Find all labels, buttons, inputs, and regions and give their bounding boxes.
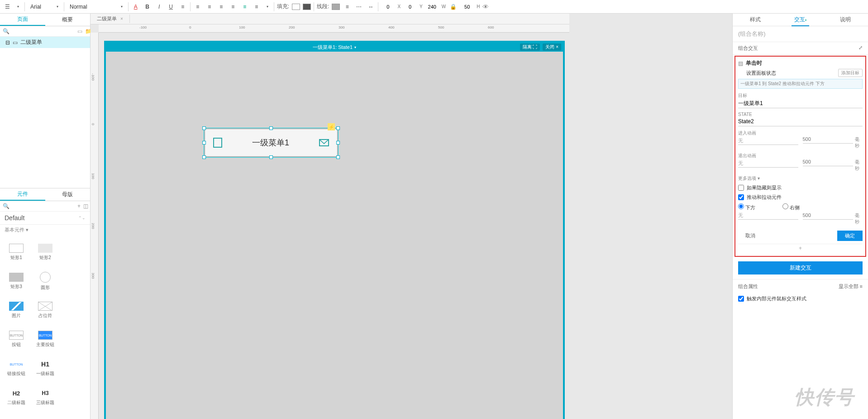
library-dropdown[interactable]: Default⌃⌄ xyxy=(0,212,90,225)
tab-style[interactable]: 样式 xyxy=(733,14,778,26)
format-dropdown[interactable]: Normal▾ xyxy=(67,3,125,11)
line-style-icon[interactable]: ⋯ xyxy=(354,2,363,11)
fill-swatch-2[interactable] xyxy=(303,4,311,10)
interaction-editor: ▤ 单击时 设置面板状态 添加目标 一级菜单1 到 State2 推动和拉动元件… xyxy=(734,56,866,257)
tab-notes[interactable]: 说明 xyxy=(823,14,868,26)
anim-in-duration[interactable] xyxy=(803,135,854,144)
fill-label: 填充: xyxy=(277,3,289,10)
align-dropdown[interactable]: ▾ xyxy=(14,4,22,10)
show-all-button[interactable]: 显示全部 ≡ xyxy=(839,283,863,290)
add-page-icon[interactable]: ▭ xyxy=(77,28,82,34)
add-action-button[interactable]: + xyxy=(738,244,863,252)
radio-below[interactable]: 下方 xyxy=(738,203,755,211)
check-trigger-mouse[interactable]: 触发内部元件鼠标交互样式 xyxy=(733,294,868,304)
mail-icon xyxy=(319,139,329,146)
anim-in-select[interactable] xyxy=(738,136,798,145)
widget-image[interactable]: 图片 xyxy=(2,296,31,325)
widget-circle[interactable]: 圆形 xyxy=(31,267,60,296)
font-dropdown[interactable]: Arial▾ xyxy=(28,3,61,11)
isolate-button[interactable]: 隔离 ⛶ xyxy=(520,43,540,51)
lock-aspect-icon[interactable]: 🔒 xyxy=(448,2,458,11)
tab-widgets[interactable]: 元件 xyxy=(0,188,45,201)
h-input[interactable] xyxy=(460,3,474,11)
search-icon[interactable]: 🔍 xyxy=(3,28,10,34)
state-label: STATE xyxy=(738,112,863,117)
valign-mid-icon[interactable]: ≡ xyxy=(240,2,249,11)
new-interaction-button[interactable]: 新建交互 xyxy=(738,261,863,275)
tab-pages[interactable]: 页面 xyxy=(0,14,45,26)
check-show-if-hidden[interactable]: 如果隐藏则显示 xyxy=(738,184,863,191)
valign-bot-icon[interactable]: ≡ xyxy=(252,2,261,11)
tab-masters[interactable]: 母版 xyxy=(45,188,91,201)
bold-icon[interactable]: B xyxy=(143,2,152,11)
italic-icon[interactable]: I xyxy=(155,2,164,11)
widget-rect2[interactable]: 矩形2 xyxy=(31,238,60,267)
tab-interactions[interactable]: 交互 ● xyxy=(778,14,823,26)
line-swatch[interactable] xyxy=(332,4,340,10)
w-input[interactable] xyxy=(425,3,439,11)
target-select[interactable] xyxy=(738,99,863,108)
fill-swatch-1[interactable] xyxy=(292,4,300,10)
search-icon[interactable]: 🔍 xyxy=(3,203,10,209)
menu-icon[interactable]: ▤ xyxy=(738,60,743,67)
more-options-toggle[interactable]: 更多选项 ▾ xyxy=(738,175,863,182)
widget-link-button[interactable]: BUTTON链接按钮 xyxy=(2,354,31,383)
widget-rect1[interactable]: 矩形1 xyxy=(2,238,31,267)
bullets-icon[interactable]: ≡ xyxy=(178,2,187,11)
check-push-pull[interactable]: 推动和拉动元件 xyxy=(738,194,863,201)
close-tab-icon[interactable]: × xyxy=(120,16,123,21)
widget-primary-button[interactable]: BUTTON主要按钮 xyxy=(31,325,60,354)
y-input[interactable] xyxy=(403,3,417,11)
widget-h2[interactable]: H2二级标题 xyxy=(2,383,31,412)
widget-rect3[interactable]: 矩形3 xyxy=(2,267,31,296)
valign-top-icon[interactable]: ≡ xyxy=(229,2,238,11)
widgets-search-input[interactable] xyxy=(12,203,75,209)
widget-name-input[interactable]: (组合名称) xyxy=(733,26,868,42)
anim-out-duration[interactable] xyxy=(803,158,854,166)
close-dp-button[interactable]: 关闭 × xyxy=(543,43,561,51)
lib-icon[interactable]: ◫ xyxy=(83,203,88,209)
align-right-icon[interactable]: ≡ xyxy=(217,2,226,11)
section-basic[interactable]: 基本元件 ▾ xyxy=(0,225,90,235)
radio-right[interactable]: 右侧 xyxy=(782,203,800,211)
event-label: 单击时 xyxy=(746,59,762,67)
left-sidebar: 页面 概要 🔍 ▭ 📁 ⊟ ▭ 二级菜单 元件 母版 🔍 + ◫ ⋮ Defau… xyxy=(0,14,91,419)
interaction-badge-icon[interactable]: ⚡ xyxy=(328,123,335,130)
line-label: 线段: xyxy=(317,3,329,10)
state-select[interactable] xyxy=(738,117,863,126)
action-label: 设置面板状态 xyxy=(746,70,776,77)
underline-icon[interactable]: U xyxy=(167,2,176,11)
anim-in-label: 进入动画 xyxy=(738,130,798,136)
align-toggle-icon[interactable]: ☰ xyxy=(3,2,12,11)
collapse-icon: ⊟ xyxy=(5,39,10,46)
document-icon xyxy=(213,138,222,148)
dp-header[interactable]: 一级菜单1: State1▾ 隔离 ⛶ 关闭 × xyxy=(106,43,563,52)
anim-out-select[interactable] xyxy=(738,159,798,168)
push-anim-select[interactable] xyxy=(738,211,798,220)
arrow-icon[interactable]: ↔ xyxy=(366,2,375,11)
expand-icon[interactable]: ⤢ xyxy=(858,45,863,52)
canvas-tab[interactable]: 二级菜单× xyxy=(91,14,130,23)
push-duration[interactable] xyxy=(803,211,854,220)
align-left-icon[interactable]: ≡ xyxy=(193,2,202,11)
pages-search-input[interactable] xyxy=(12,29,75,34)
group-interact-label: 组合交互 xyxy=(738,45,758,52)
selected-widget[interactable]: 一级菜单1 xyxy=(205,129,338,157)
cancel-button[interactable]: 取消 xyxy=(738,231,763,241)
align-center-icon[interactable]: ≡ xyxy=(205,2,214,11)
anim-out-label: 退出动画 xyxy=(738,153,798,159)
add-widget-icon[interactable]: + xyxy=(77,203,81,209)
line-weight-icon[interactable]: ≡ xyxy=(343,2,352,11)
ok-button[interactable]: 确定 xyxy=(837,231,863,241)
text-color-icon[interactable]: A xyxy=(131,2,140,11)
widget-h1[interactable]: H1一级标题 xyxy=(31,354,60,383)
widget-button[interactable]: BUTTON按钮 xyxy=(2,325,31,354)
page-tree-item[interactable]: ⊟ ▭ 二级菜单 xyxy=(0,37,90,48)
widget-h3[interactable]: H3三级标题 xyxy=(31,383,60,412)
spacing-dropdown[interactable]: ▾ xyxy=(264,4,271,10)
widget-placeholder[interactable]: 占位符 xyxy=(31,296,60,325)
add-target-button[interactable]: 添加目标 xyxy=(838,69,863,77)
x-input[interactable] xyxy=(381,3,395,11)
tab-outline[interactable]: 概要 xyxy=(45,14,91,26)
visibility-icon[interactable]: 👁 xyxy=(482,3,489,10)
